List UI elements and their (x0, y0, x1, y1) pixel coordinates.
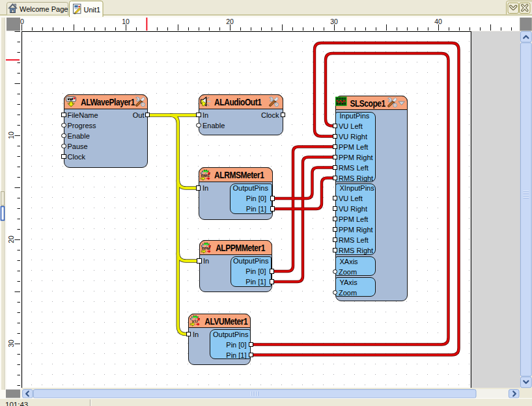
svg-text:10: 10 (7, 131, 15, 139)
svg-text:101:43: 101:43 (5, 401, 28, 406)
svg-text:RMS: RMS (201, 173, 209, 177)
svg-text:PPM: PPM (202, 246, 210, 250)
svg-text:20: 20 (7, 236, 15, 243)
svg-text:30: 30 (7, 340, 15, 347)
svg-text:10: 10 (122, 18, 130, 25)
svg-text:0: 0 (20, 18, 24, 25)
svg-text:20: 20 (226, 18, 234, 25)
svg-text:30: 30 (330, 18, 338, 25)
svg-text:40: 40 (434, 18, 442, 25)
